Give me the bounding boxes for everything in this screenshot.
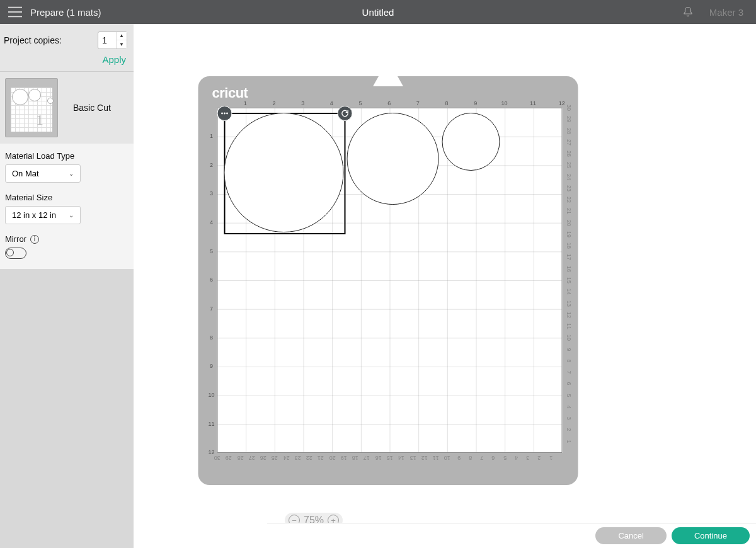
- copies-input[interactable]: [98, 35, 116, 45]
- svg-rect-1: [8, 11, 22, 13]
- svg-rect-0: [8, 7, 22, 8]
- shape-circle-small[interactable]: [442, 113, 500, 171]
- continue-button[interactable]: Continue: [672, 527, 750, 544]
- cutting-mat[interactable]: cricut 123456789101112 123456789101112 1…: [198, 76, 578, 485]
- cricut-logo: cricut: [212, 85, 248, 101]
- mat-item[interactable]: 1 Basic Cut: [0, 72, 134, 144]
- load-type-label: Material Load Type: [5, 151, 129, 161]
- cancel-button[interactable]: Cancel: [595, 527, 666, 544]
- size-select[interactable]: 12 in x 12 in ⌄: [5, 206, 81, 224]
- ruler-bottom: 1234567891011121314151617181920212223242…: [217, 454, 563, 461]
- rotate-icon: [341, 109, 350, 118]
- canvas-area: cricut 123456789101112 123456789101112 1…: [134, 24, 756, 548]
- svg-point-7: [226, 113, 228, 115]
- mirror-label: Mirror: [5, 234, 26, 244]
- menu-button[interactable]: [0, 0, 30, 24]
- svg-point-6: [224, 113, 226, 115]
- notifications-button[interactable]: [682, 6, 694, 18]
- project-name[interactable]: Untitled: [362, 7, 394, 18]
- apply-button[interactable]: Apply: [0, 53, 134, 71]
- copies-decrement[interactable]: ▼: [117, 40, 127, 49]
- ruler-left: 123456789101112: [207, 108, 216, 453]
- mirror-toggle[interactable]: [5, 248, 26, 259]
- size-label: Material Size: [5, 193, 129, 202]
- mat-type-label: Basic Cut: [73, 103, 111, 113]
- selection-rotate-button[interactable]: [338, 106, 353, 121]
- sidebar: Project copies: ▲ ▼ Apply 1 Basic Cut: [0, 24, 134, 548]
- shape-circle-large[interactable]: [224, 113, 344, 232]
- chevron-down-icon: ⌄: [69, 212, 74, 219]
- mat-hanger-icon: [369, 76, 407, 86]
- footer-bar: Cancel Continue: [267, 523, 756, 548]
- ruler-top: 123456789101112: [217, 100, 563, 108]
- page-title: Prepare (1 mats): [30, 7, 101, 18]
- bell-icon: [682, 6, 694, 18]
- hamburger-icon: [8, 6, 22, 18]
- info-icon[interactable]: i: [30, 235, 39, 244]
- device-label[interactable]: Maker 3: [709, 7, 743, 18]
- mat-thumbnail: 1: [5, 78, 58, 137]
- copies-label: Project copies:: [4, 35, 62, 45]
- more-icon: [221, 112, 229, 115]
- load-type-select[interactable]: On Mat ⌄: [5, 164, 81, 183]
- shape-circle-medium[interactable]: [347, 113, 439, 205]
- topbar: Prepare (1 mats) Untitled Maker 3: [0, 0, 756, 24]
- copies-increment[interactable]: ▲: [117, 32, 127, 40]
- svg-point-5: [221, 113, 223, 115]
- selection-more-button[interactable]: [217, 106, 232, 121]
- svg-rect-2: [8, 16, 22, 17]
- copies-stepper[interactable]: ▲ ▼: [98, 31, 127, 49]
- chevron-down-icon: ⌄: [69, 170, 74, 177]
- ruler-right: 1234567891011121314151617181920212223242…: [562, 108, 571, 453]
- grid-area[interactable]: [217, 108, 563, 453]
